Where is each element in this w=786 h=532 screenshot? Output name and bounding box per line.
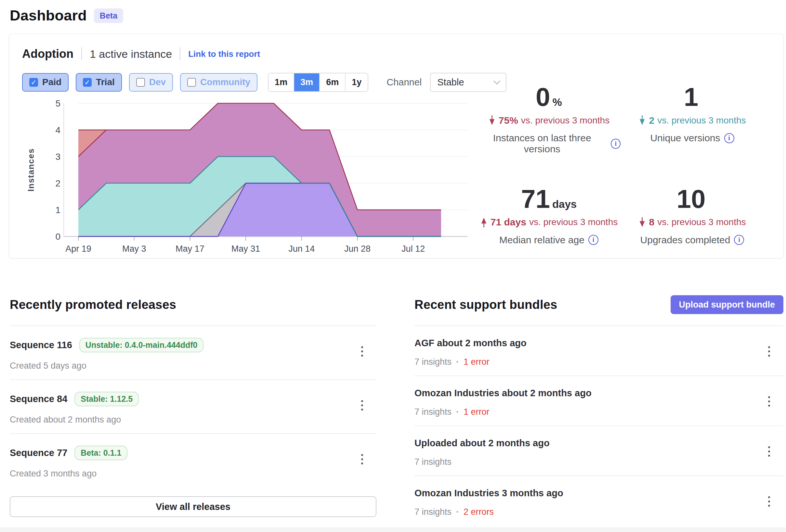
kebab-menu-icon[interactable] — [763, 342, 776, 361]
trend-arrow-icon — [480, 217, 488, 228]
stat-delta: 75% vs. previous 3 months — [477, 115, 621, 126]
release-created: Created 3 months ago — [10, 469, 96, 479]
kebab-menu-icon[interactable] — [763, 442, 776, 461]
stat-delta: 8 vs. previous 3 months — [621, 217, 764, 228]
release-created: Created about 2 months ago — [10, 415, 121, 425]
svg-text:0: 0 — [55, 232, 61, 242]
stat-median-relative-age: 71 days 71 days vs. previous 3 months Me… — [477, 186, 621, 256]
chevron-down-icon — [493, 77, 500, 84]
release-title: Sequence 77 — [10, 448, 67, 458]
view-all-releases-button[interactable]: View all releases — [10, 496, 376, 517]
svg-text:Jul 12: Jul 12 — [401, 244, 425, 253]
bundle-insights: 7 insights — [414, 407, 452, 417]
stat-value: 10 — [677, 186, 706, 212]
checkbox-icon — [83, 78, 92, 87]
version-badge: Beta: 0.1.1 — [74, 445, 128, 460]
release-row: Sequence 77 Beta: 0.1.1 Created 3 months… — [10, 433, 376, 487]
dot-separator: · — [456, 407, 459, 417]
stat-label: Upgrades completed — [640, 235, 731, 245]
filter-label: Community — [200, 77, 250, 87]
filter-chip-community[interactable]: Community — [180, 73, 257, 92]
range-1m[interactable]: 1m — [269, 73, 294, 91]
channel-label: Channel — [387, 77, 422, 88]
trend-arrow-icon — [639, 115, 646, 126]
stat-delta: 71 days vs. previous 3 months — [477, 217, 621, 228]
stat-upgrades-completed: 10 8 vs. previous 3 months Upgrades comp… — [621, 186, 764, 256]
delta-suffix: vs. previous 3 months — [657, 115, 746, 126]
kebab-menu-icon[interactable] — [355, 396, 369, 414]
filter-chip-trial[interactable]: Trial — [76, 73, 122, 92]
filter-chip-dev[interactable]: Dev — [129, 73, 173, 92]
release-title: Sequence 84 — [10, 394, 67, 404]
bundle-insights: 7 insights — [414, 507, 452, 517]
svg-text:Apr 19: Apr 19 — [65, 244, 91, 253]
svg-text:May 31: May 31 — [231, 244, 260, 253]
stat-value: 1 — [684, 84, 698, 110]
svg-text:4: 4 — [55, 125, 61, 135]
separator — [180, 47, 180, 61]
svg-text:1: 1 — [55, 205, 61, 215]
bundles-heading: Recent support bundles — [414, 298, 557, 312]
kebab-menu-icon[interactable] — [763, 492, 776, 511]
bundle-row: AGF about 2 months ago 7 insights · 1 er… — [414, 325, 783, 376]
trend-arrow-icon — [488, 115, 496, 126]
delta-value: 2 — [649, 115, 654, 126]
adoption-stats: 0 % 75% vs. previous 3 months Instances … — [477, 84, 773, 255]
bundle-row: Omozan Industries about 2 months ago 7 i… — [414, 376, 783, 426]
stat-delta: 2 vs. previous 3 months — [621, 115, 764, 126]
info-icon[interactable] — [734, 235, 744, 245]
stat-unit: % — [553, 96, 562, 108]
bundle-row: Omozan Industries 3 months ago 7 insight… — [414, 476, 783, 526]
info-icon[interactable] — [724, 133, 734, 143]
bundle-errors: 1 error — [464, 407, 489, 417]
delta-value: 8 — [649, 217, 654, 228]
stat-value: 71 — [521, 186, 550, 212]
bundle-errors: 2 errors — [464, 507, 494, 517]
channel-value: Stable — [437, 77, 464, 88]
range-3m[interactable]: 3m — [294, 73, 320, 91]
kebab-menu-icon[interactable] — [355, 342, 369, 361]
active-instance-count: 1 active instance — [90, 48, 172, 61]
info-icon[interactable] — [611, 139, 621, 149]
version-badge: Stable: 1.12.5 — [74, 392, 139, 406]
filter-label: Paid — [42, 77, 62, 87]
filter-label: Dev — [149, 77, 166, 87]
release-row: Sequence 116 Unstable: 0.4.0-main.444ddf… — [10, 325, 376, 379]
trend-arrow-icon — [639, 217, 646, 228]
beta-badge: Beta — [94, 8, 123, 23]
dot-separator: · — [456, 357, 459, 367]
stat-label: Median relative age — [499, 235, 584, 245]
checkbox-icon — [136, 78, 145, 87]
bundles-list: AGF about 2 months ago 7 insights · 1 er… — [414, 325, 783, 526]
bundle-insights: 7 insights — [414, 357, 452, 367]
svg-text:Instances: Instances — [26, 148, 36, 191]
bundle-row: Uploaded about 2 months ago 7 insights · — [414, 426, 783, 476]
stat-label: Instances on last three versions — [477, 132, 607, 154]
svg-text:5: 5 — [55, 98, 61, 108]
filter-label: Trial — [96, 77, 115, 87]
delta-value: 75% — [499, 115, 518, 126]
delta-suffix: vs. previous 3 months — [657, 217, 746, 227]
dashboard-page: Dashboard Beta Adoption 1 active instanc… — [0, 0, 786, 526]
bundle-errors: 1 error — [464, 357, 489, 367]
release-row: Sequence 84 Stable: 1.12.5 Created about… — [10, 379, 376, 433]
stat-instances-last-three-versions: 0 % 75% vs. previous 3 months Instances … — [477, 84, 621, 165]
range-1y[interactable]: 1y — [346, 73, 368, 91]
version-badge: Unstable: 0.4.0-main.444ddf0 — [79, 338, 204, 353]
filter-chip-paid[interactable]: Paid — [22, 73, 69, 92]
link-to-report[interactable]: Link to this report — [188, 49, 260, 59]
info-icon[interactable] — [588, 235, 598, 245]
releases-section: Recently promoted releases Sequence 116 … — [10, 295, 376, 526]
page-title: Dashboard — [10, 7, 87, 24]
kebab-menu-icon[interactable] — [763, 392, 776, 411]
kebab-menu-icon[interactable] — [355, 450, 369, 468]
bottom-strip — [0, 528, 786, 532]
delta-suffix: vs. previous 3 months — [521, 115, 609, 126]
releases-list: Sequence 116 Unstable: 0.4.0-main.444ddf… — [10, 325, 376, 517]
adoption-card-header: Adoption 1 active instance Link to this … — [22, 45, 773, 63]
time-range-selector: 1m 3m 6m 1y — [268, 73, 368, 92]
delta-suffix: vs. previous 3 months — [529, 217, 618, 227]
upload-support-bundle-button[interactable]: Upload support bundle — [671, 295, 783, 314]
range-6m[interactable]: 6m — [320, 73, 346, 91]
svg-text:May 3: May 3 — [122, 244, 146, 253]
